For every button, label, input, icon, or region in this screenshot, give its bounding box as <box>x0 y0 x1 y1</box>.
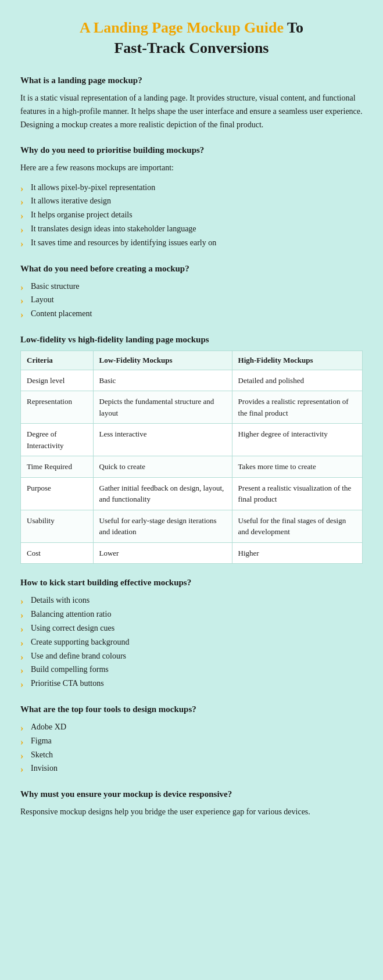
kickstart-bullet-list: Details with icons Balancing attention r… <box>20 593 363 691</box>
list-item: It allows pixel-by-pixel representation <box>20 181 363 195</box>
list-item: Prioritise CTA buttons <box>20 677 363 691</box>
table-cell: Basic <box>93 370 232 391</box>
section-what-is-heading: What is a landing page mockup? <box>20 76 363 85</box>
table-cell: Detailed and polished <box>232 370 362 391</box>
section-what-need-heading: What do you need before creating a mocku… <box>20 264 363 274</box>
title-part2: To <box>284 19 303 36</box>
table-cell: Less interactive <box>93 424 232 456</box>
list-item: Content placement <box>20 307 363 321</box>
section-table: Low-fidelity vs high-fidelity landing pa… <box>20 335 363 564</box>
list-item: It helps organise project details <box>20 208 363 222</box>
list-item: Adobe XD <box>20 720 363 734</box>
table-cell: Gather initial feedback on design, layou… <box>93 477 232 510</box>
list-item: Details with icons <box>20 593 363 607</box>
table-row: CostLowerHigher <box>21 542 363 564</box>
section-what-is: What is a landing page mockup? It is a s… <box>20 76 363 131</box>
table-cell: Higher degree of interactivity <box>232 424 362 456</box>
table-row: Design levelBasicDetailed and polished <box>21 370 363 391</box>
list-item: It translates design ideas into stakehol… <box>20 222 363 236</box>
table-cell: Cost <box>21 542 94 564</box>
list-item: Layout <box>20 293 363 307</box>
section-what-is-text: It is a static visual representation of … <box>20 91 363 131</box>
list-item: It saves time and resources by identifyi… <box>20 236 363 250</box>
table-cell: Purpose <box>21 477 94 510</box>
table-cell: Higher <box>232 542 362 564</box>
section-what-need: What do you need before creating a mocku… <box>20 264 363 321</box>
why-bullet-list: It allows pixel-by-pixel representation … <box>20 181 363 250</box>
table-cell: Usability <box>21 510 94 542</box>
list-item: Create supporting background <box>20 635 363 649</box>
top-tools-bullet-list: Adobe XD Figma Sketch Invision <box>20 720 363 775</box>
section-device-responsive: Why must you ensure your mockup is devic… <box>20 789 363 818</box>
table-row: Time RequiredQuick to createTakes more t… <box>21 456 363 478</box>
table-header-high: High-Fidelity Mockups <box>232 350 362 370</box>
what-need-bullet-list: Basic structure Layout Content placement <box>20 280 363 321</box>
table-header-row: Criteria Low-Fidelity Mockups High-Fidel… <box>21 350 363 370</box>
table-cell: Degree of Interactivity <box>21 424 94 456</box>
device-responsive-text: Responsive mockup designs help you bridg… <box>20 805 363 818</box>
table-row: Degree of InteractivityLess interactiveH… <box>21 424 363 456</box>
table-heading: Low-fidelity vs high-fidelity landing pa… <box>20 335 363 345</box>
list-item: Build compelling forms <box>20 663 363 677</box>
table-cell: Time Required <box>21 456 94 478</box>
page-title: A Landing Page Mockup Guide To Fast-Trac… <box>20 17 363 58</box>
list-item: Balancing attention ratio <box>20 607 363 621</box>
list-item: Basic structure <box>20 280 363 294</box>
kickstart-heading: How to kick start building effective moc… <box>20 578 363 588</box>
list-item: It allows iterative design <box>20 194 363 208</box>
section-why-heading: Why do you need to prioritise building m… <box>20 145 363 155</box>
comparison-table: Criteria Low-Fidelity Mockups High-Fidel… <box>20 350 363 564</box>
title-part3: Fast-Track Conversions <box>114 40 269 56</box>
list-item: Using correct design cues <box>20 621 363 635</box>
table-row: RepresentationDepicts the fundamental st… <box>21 391 363 424</box>
table-row: UsabilityUseful for early-stage design i… <box>21 510 363 542</box>
device-responsive-heading: Why must you ensure your mockup is devic… <box>20 789 363 799</box>
section-kickstart: How to kick start building effective moc… <box>20 578 363 691</box>
table-header-criteria: Criteria <box>21 350 94 370</box>
table-cell: Provides a realistic representation of t… <box>232 391 362 424</box>
top-tools-heading: What are the top four tools to design mo… <box>20 704 363 714</box>
table-cell: Takes more time to create <box>232 456 362 478</box>
section-why-intro: Here are a few reasons mockups are impor… <box>20 161 363 174</box>
table-row: PurposeGather initial feedback on design… <box>21 477 363 510</box>
title-highlight: A Landing Page Mockup Guide <box>80 19 284 36</box>
list-item: Invision <box>20 761 363 775</box>
section-why-prioritise: Why do you need to prioritise building m… <box>20 145 363 249</box>
table-header-low: Low-Fidelity Mockups <box>93 350 232 370</box>
list-item: Sketch <box>20 748 363 762</box>
table-cell: Representation <box>21 391 94 424</box>
list-item: Figma <box>20 734 363 748</box>
table-cell: Design level <box>21 370 94 391</box>
list-item: Use and define brand colours <box>20 649 363 663</box>
table-cell: Useful for the final stages of design an… <box>232 510 362 542</box>
table-cell: Depicts the fundamental structure and la… <box>93 391 232 424</box>
table-cell: Useful for early-stage design iterations… <box>93 510 232 542</box>
table-cell: Lower <box>93 542 232 564</box>
section-top-tools: What are the top four tools to design mo… <box>20 704 363 775</box>
table-cell: Quick to create <box>93 456 232 478</box>
table-cell: Present a realistic visualization of the… <box>232 477 362 510</box>
